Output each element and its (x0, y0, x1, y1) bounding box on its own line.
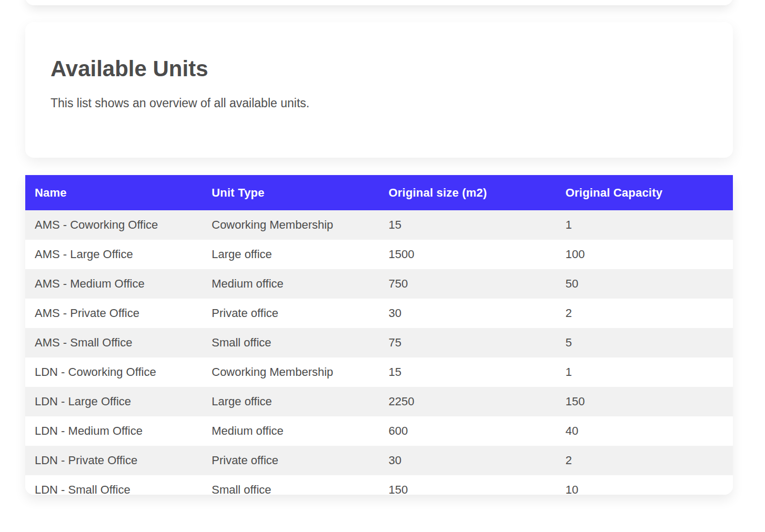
available-units-card: Available Units This list shows an overv… (25, 22, 733, 158)
table-cell: LDN - Small Office (25, 483, 202, 495)
table-cell: Large office (202, 248, 379, 261)
table-cell: AMS - Large Office (25, 248, 202, 261)
page-title: Available Units (51, 56, 708, 82)
table-cell: 100 (556, 248, 733, 261)
table-cell: 5 (556, 336, 733, 350)
table-row[interactable]: AMS - Private OfficePrivate office302 (25, 299, 733, 328)
table-cell: 1 (556, 365, 733, 379)
table-cell: AMS - Medium Office (25, 277, 202, 291)
table-cell: Coworking Membership (202, 218, 379, 232)
table-cell: 150 (379, 483, 556, 495)
table-cell: 150 (556, 395, 733, 408)
table-cell: Private office (202, 454, 379, 467)
table-row[interactable]: LDN - Private OfficePrivate office302 (25, 446, 733, 475)
table-cell: Coworking Membership (202, 365, 379, 379)
units-table: NameUnit TypeOriginal size (m2)Original … (25, 175, 733, 495)
table-cell: 2 (556, 454, 733, 467)
table-cell: 40 (556, 424, 733, 438)
table-cell: 10 (556, 483, 733, 495)
table-cell: Small office (202, 483, 379, 495)
column-header-name: Name (25, 186, 202, 200)
column-header-unit-type: Unit Type (202, 186, 379, 200)
table-cell: 2250 (379, 395, 556, 408)
table-cell: Medium office (202, 424, 379, 438)
table-cell: 30 (379, 306, 556, 320)
table-row[interactable]: LDN - Small OfficeSmall office15010 (25, 475, 733, 495)
table-cell: AMS - Private Office (25, 306, 202, 320)
column-header-original-size-m2: Original size (m2) (379, 186, 556, 200)
table-row[interactable]: AMS - Small OfficeSmall office755 (25, 328, 733, 357)
table-cell: 75 (379, 336, 556, 350)
table-cell: LDN - Medium Office (25, 424, 202, 438)
table-cell: AMS - Coworking Office (25, 218, 202, 232)
table-cell: AMS - Small Office (25, 336, 202, 350)
top-card-partial (25, 0, 733, 5)
table-cell: Private office (202, 306, 379, 320)
table-cell: Small office (202, 336, 379, 350)
table-cell: 1500 (379, 248, 556, 261)
table-cell: Medium office (202, 277, 379, 291)
table-cell: 30 (379, 454, 556, 467)
table-cell: 2 (556, 306, 733, 320)
table-cell: Large office (202, 395, 379, 408)
column-header-original-capacity: Original Capacity (556, 186, 733, 200)
table-cell: LDN - Large Office (25, 395, 202, 408)
table-cell: 15 (379, 365, 556, 379)
table-cell: LDN - Coworking Office (25, 365, 202, 379)
table-row[interactable]: AMS - Coworking OfficeCoworking Membersh… (25, 210, 733, 240)
table-row[interactable]: AMS - Medium OfficeMedium office75050 (25, 269, 733, 299)
page-subtitle: This list shows an overview of all avail… (51, 96, 708, 111)
table-row[interactable]: LDN - Medium OfficeMedium office60040 (25, 416, 733, 446)
table-cell: LDN - Private Office (25, 454, 202, 467)
table-row[interactable]: LDN - Coworking OfficeCoworking Membersh… (25, 357, 733, 387)
table-cell: 50 (556, 277, 733, 291)
table-cell: 15 (379, 218, 556, 232)
table-cell: 1 (556, 218, 733, 232)
page: Available Units This list shows an overv… (0, 0, 765, 532)
table-header-row: NameUnit TypeOriginal size (m2)Original … (25, 175, 733, 210)
table-body: AMS - Coworking OfficeCoworking Membersh… (25, 210, 733, 495)
table-row[interactable]: AMS - Large OfficeLarge office1500100 (25, 240, 733, 269)
table-cell: 750 (379, 277, 556, 291)
table-cell: 600 (379, 424, 556, 438)
table-row[interactable]: LDN - Large OfficeLarge office2250150 (25, 387, 733, 416)
